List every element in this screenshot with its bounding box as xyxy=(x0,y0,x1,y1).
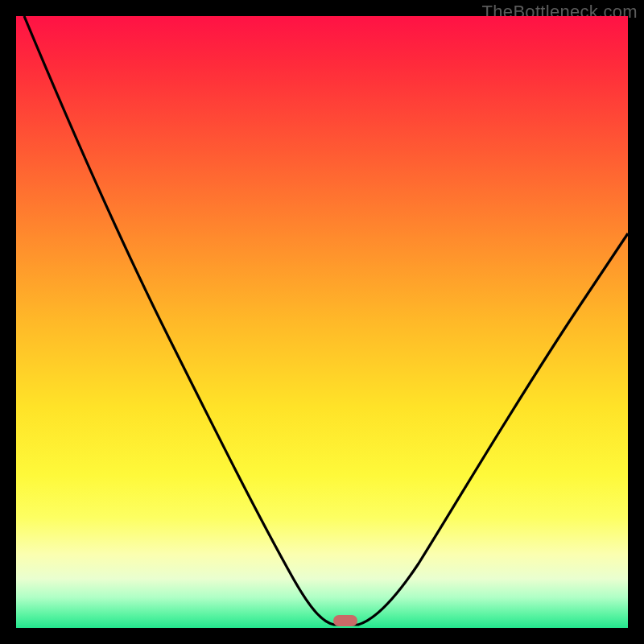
bottleneck-curve xyxy=(16,16,628,628)
curve-path xyxy=(24,16,628,625)
optimal-marker xyxy=(333,615,357,626)
plot-area xyxy=(16,16,628,628)
chart-frame: TheBottleneck.com xyxy=(0,0,644,644)
